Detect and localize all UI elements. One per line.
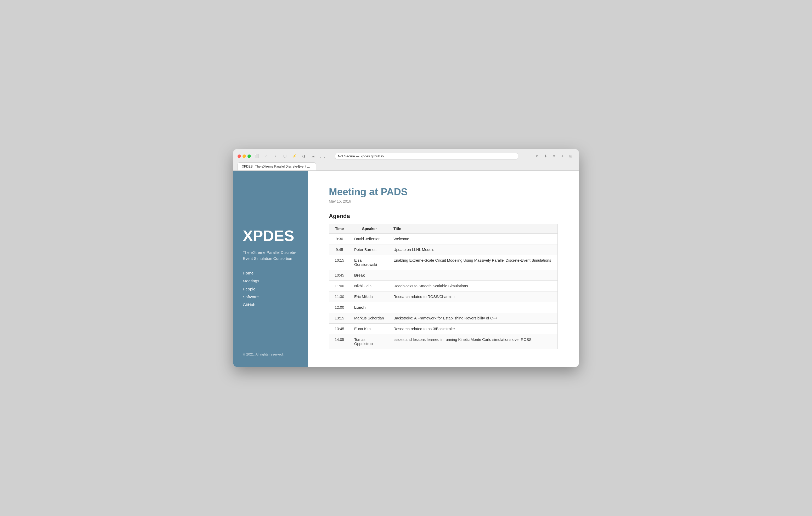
extension-icon-3[interactable]: ◑ [300, 152, 308, 160]
tab-bar: XPDES · The eXtreme Parallel Discrete-Ev… [237, 162, 575, 171]
col-header-time: Time [329, 224, 350, 234]
address-domain: xpdes.github.io [361, 154, 383, 158]
cell-title: Research related to ROSS/Charm++ [389, 292, 558, 302]
cell-time: 13:45 [329, 324, 350, 334]
table-row: 9:30David JeffersonWelcome [329, 234, 558, 244]
browser-right-controls: ↺ ⬇ ⬆ + ⊞ [534, 152, 575, 160]
agenda-body: 9:30David JeffersonWelcome9:45Peter Barn… [329, 234, 558, 349]
cell-title: Backstroke: A Framework for Establishing… [389, 313, 558, 324]
sidebar-item-home[interactable]: Home [243, 270, 298, 277]
browser-controls: ⬜ ‹ › ⬡ ⚡ ◑ ☁ ⋮⋮ Not Secure — xpdes.gith… [237, 152, 575, 160]
share-button[interactable]: ⬆ [550, 152, 558, 160]
sidebar-item-meetings[interactable]: Meetings [243, 278, 298, 284]
col-header-speaker: Speaker [350, 224, 389, 234]
extension-icon-4[interactable]: ☁ [310, 152, 317, 160]
cell-title: Research related to ns-3/Backstroke [389, 324, 558, 334]
col-header-title: Title [389, 224, 558, 234]
agenda-table: Time Speaker Title 9:30David JeffersonWe… [329, 224, 558, 349]
section-title: Agenda [329, 213, 558, 219]
sidebar-logo: XPDES [243, 228, 298, 243]
table-row: 11:30Eric MikidaResearch related to ROSS… [329, 292, 558, 302]
tab-title: XPDES · The eXtreme Parallel Discrete-Ev… [242, 165, 316, 168]
cell-time: 9:30 [329, 234, 350, 244]
cell-time: 10:15 [329, 255, 350, 270]
cell-speaker: Eric Mikida [350, 292, 389, 302]
sidebar-link-people[interactable]: People [243, 287, 255, 291]
cell-speaker: Break [350, 270, 558, 281]
browser-window: ⬜ ‹ › ⬡ ⚡ ◑ ☁ ⋮⋮ Not Secure — xpdes.gith… [233, 149, 579, 367]
cell-time: 11:30 [329, 292, 350, 302]
close-button[interactable] [237, 154, 241, 158]
table-header: Time Speaker Title [329, 224, 558, 234]
sidebar-item-github[interactable]: GitHub [243, 301, 298, 308]
active-tab[interactable]: XPDES · The eXtreme Parallel Discrete-Ev… [237, 162, 316, 171]
table-row: 10:15Elsa GonsiorowskiEnabling Extreme-S… [329, 255, 558, 270]
cell-time: 11:00 [329, 281, 350, 292]
sidebar: XPDES The eXtreme Parallel Discrete-Even… [233, 171, 308, 367]
cell-time: 14:05 [329, 334, 350, 349]
main-content: Meeting at PADS May 15, 2016 Agenda Time… [308, 171, 579, 367]
table-row: 11:00Nikhil JainRoadblocks to Smooth Sca… [329, 281, 558, 292]
table-row: 14:05Tomas OppelstrupIssues and lessons … [329, 334, 558, 349]
not-secure-label: Not Secure — [338, 154, 359, 158]
tab-manager-button[interactable]: ⊞ [567, 152, 575, 160]
download-button[interactable]: ⬇ [542, 152, 549, 160]
cell-speaker: David Jefferson [350, 234, 389, 244]
cell-time: 10:45 [329, 270, 350, 281]
extension-icon-2[interactable]: ⚡ [291, 152, 298, 160]
browser-chrome: ⬜ ‹ › ⬡ ⚡ ◑ ☁ ⋮⋮ Not Secure — xpdes.gith… [233, 149, 579, 171]
grid-button[interactable]: ⋮⋮ [319, 152, 326, 160]
sidebar-nav: Home Meetings People Software GitHub [243, 270, 298, 308]
sidebar-toggle-button[interactable]: ⬜ [253, 152, 260, 160]
address-bar[interactable]: Not Secure — xpdes.github.io [335, 153, 518, 159]
forward-button[interactable]: › [272, 152, 279, 160]
cell-title: Roadblocks to Smooth Scalable Simulation… [389, 281, 558, 292]
cell-title: Enabling Extreme-Scale Circuit Modeling … [389, 255, 558, 270]
table-row: 9:45Peter BarnesUpdate on LLNL Models [329, 244, 558, 255]
cell-speaker: Tomas Oppelstrup [350, 334, 389, 349]
reload-button[interactable]: ↺ [534, 152, 541, 160]
sidebar-description: The eXtreme Parallel Discrete-Event Simu… [243, 250, 298, 262]
traffic-lights [237, 154, 251, 158]
sidebar-item-people[interactable]: People [243, 286, 298, 293]
cell-speaker: Lunch [350, 302, 558, 313]
cell-title: Issues and lessons learned in running Ki… [389, 334, 558, 349]
cell-speaker: Elsa Gonsiorowski [350, 255, 389, 270]
maximize-button[interactable] [248, 154, 251, 158]
cell-speaker: Euna Kim [350, 324, 389, 334]
page-date: May 15, 2016 [329, 199, 558, 203]
cell-speaker: Peter Barnes [350, 244, 389, 255]
back-button[interactable]: ‹ [262, 152, 270, 160]
table-row: 13:15Markus SchordanBackstroke: A Framew… [329, 313, 558, 324]
table-row: 12:00Lunch [329, 302, 558, 313]
sidebar-item-software[interactable]: Software [243, 294, 298, 300]
table-row: 13:45Euna KimResearch related to ns-3/Ba… [329, 324, 558, 334]
cell-time: 12:00 [329, 302, 350, 313]
cell-title: Update on LLNL Models [389, 244, 558, 255]
cell-time: 9:45 [329, 244, 350, 255]
page-layout: XPDES The eXtreme Parallel Discrete-Even… [233, 171, 579, 367]
sidebar-link-github[interactable]: GitHub [243, 302, 255, 307]
minimize-button[interactable] [242, 154, 246, 158]
cell-time: 13:15 [329, 313, 350, 324]
table-row: 10:45Break [329, 270, 558, 281]
sidebar-link-home[interactable]: Home [243, 271, 254, 275]
page-title: Meeting at PADS [329, 186, 558, 198]
cell-speaker: Markus Schordan [350, 313, 389, 324]
cell-speaker: Nikhil Jain [350, 281, 389, 292]
sidebar-link-meetings[interactable]: Meetings [243, 279, 259, 283]
sidebar-copyright: © 2021. All rights reserved. [243, 352, 298, 356]
cell-title: Welcome [389, 234, 558, 244]
extension-icon-1[interactable]: ⬡ [281, 152, 289, 160]
new-tab-button[interactable]: + [559, 152, 566, 160]
sidebar-link-software[interactable]: Software [243, 295, 259, 299]
